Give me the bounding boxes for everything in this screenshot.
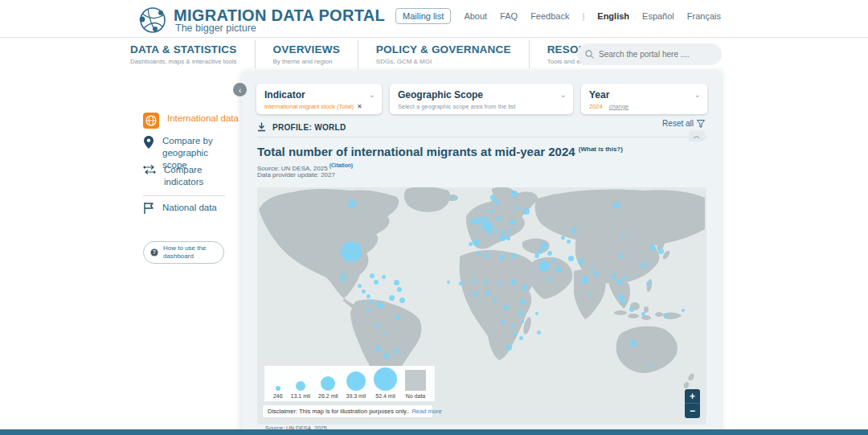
map-bubble[interactable]	[571, 228, 576, 233]
what-is-this-link[interactable]: (What is this?)	[579, 146, 623, 153]
download-icon[interactable]	[257, 122, 266, 132]
map-bubble[interactable]	[520, 299, 526, 305]
nav-data-statistics[interactable]: DATA & STATISTICS Dashboards, maps & int…	[130, 40, 256, 68]
map-bubble[interactable]	[375, 346, 381, 351]
map-bubble[interactable]	[551, 258, 555, 262]
map-bubble[interactable]	[348, 200, 356, 208]
map-bubble[interactable]	[618, 294, 624, 300]
map-bubble[interactable]	[588, 293, 592, 296]
map-bubble[interactable]	[629, 307, 634, 312]
map-bubble[interactable]	[342, 280, 346, 283]
map-bubble[interactable]	[377, 302, 383, 309]
map-bubble[interactable]	[472, 280, 475, 283]
map-bubble[interactable]	[510, 220, 515, 225]
map-bubble[interactable]	[561, 236, 565, 240]
map-bubble[interactable]	[621, 234, 624, 237]
map-bubble[interactable]	[535, 312, 538, 315]
map-bubble[interactable]	[590, 267, 593, 270]
read-more-link[interactable]: Read more	[411, 408, 441, 415]
map-bubble[interactable]	[620, 300, 625, 305]
map-bubble[interactable]	[648, 366, 651, 369]
zoom-in-button[interactable]: +	[685, 389, 700, 404]
year-filter[interactable]: Year 2024change ⌄	[581, 84, 707, 114]
map-bubble[interactable]	[658, 248, 664, 254]
map-bubble[interactable]	[494, 200, 499, 205]
map-bubble[interactable]	[555, 266, 562, 273]
chevron-down-icon[interactable]: ⌄	[694, 90, 701, 99]
map-bubble[interactable]	[375, 324, 379, 328]
map-bubble[interactable]	[447, 281, 450, 284]
map-bubble[interactable]	[581, 277, 588, 284]
map-bubble[interactable]	[664, 314, 668, 318]
map-bubble[interactable]	[616, 279, 622, 285]
map-bubble[interactable]	[547, 251, 552, 256]
map-bubble[interactable]	[641, 312, 645, 316]
map-bubble[interactable]	[493, 298, 497, 302]
map-bubble[interactable]	[510, 279, 516, 285]
map-bubble[interactable]	[547, 277, 551, 281]
map-bubble[interactable]	[523, 208, 530, 215]
map-bubble[interactable]	[619, 253, 624, 258]
zoom-out-button[interactable]: −	[685, 404, 700, 418]
map-bubble[interactable]	[541, 243, 547, 249]
map-bubble[interactable]	[641, 263, 645, 268]
map-bubble[interactable]	[613, 202, 620, 208]
how-to-use-dashboard-button[interactable]: ? How to use the dashboard	[143, 241, 224, 264]
map-bubble[interactable]	[511, 191, 518, 197]
map-bubble[interactable]	[500, 255, 505, 260]
map-bubble[interactable]	[474, 217, 481, 224]
map-bubble[interactable]	[682, 309, 685, 312]
map-bubble[interactable]	[485, 290, 490, 295]
map-bubble[interactable]	[510, 324, 514, 328]
map-bubble[interactable]	[469, 242, 473, 246]
map-bubble[interactable]	[578, 259, 583, 265]
map-bubble[interactable]	[650, 245, 656, 251]
collapse-panel-button[interactable]: ‹	[233, 83, 247, 96]
map-bubble[interactable]	[459, 281, 463, 285]
citation-link[interactable]: (Citation)	[330, 162, 353, 168]
map-bubble[interactable]	[506, 345, 512, 351]
map-bubble[interactable]	[504, 305, 509, 310]
map-bubble[interactable]	[482, 216, 487, 221]
sidebar-item-international-data[interactable]: International data	[143, 113, 239, 129]
map-bubble[interactable]	[489, 209, 493, 213]
map-bubble[interactable]	[374, 280, 379, 285]
language-francais[interactable]: Français	[687, 11, 721, 21]
nav-overviews[interactable]: OVERVIEWS By theme and region	[273, 40, 358, 68]
map-bubble[interactable]	[383, 353, 389, 359]
map-bubble[interactable]	[497, 216, 502, 221]
map-bubble[interactable]	[594, 272, 599, 277]
language-espanol[interactable]: Español	[642, 11, 674, 21]
map-bubble[interactable]	[470, 220, 474, 224]
map-bubble[interactable]	[370, 300, 374, 304]
map-bubble[interactable]	[397, 287, 402, 292]
map-bubble[interactable]	[484, 281, 488, 285]
map-bubble[interactable]	[362, 289, 366, 293]
chevron-down-icon[interactable]: ⌄	[369, 90, 375, 99]
map-bubble[interactable]	[389, 295, 395, 301]
remove-indicator-icon[interactable]: ✕	[357, 103, 362, 110]
map-bubble[interactable]	[630, 340, 637, 347]
map-bubble[interactable]	[485, 253, 490, 258]
about-link[interactable]: About	[464, 11, 487, 21]
map-bubble[interactable]	[512, 253, 517, 258]
map-bubble[interactable]	[366, 294, 371, 298]
reset-all-button[interactable]: Reset all	[662, 119, 705, 128]
map-bubble[interactable]	[394, 349, 399, 354]
map-bubble[interactable]	[370, 273, 375, 278]
portal-search[interactable]	[577, 43, 722, 65]
change-year-link[interactable]: change	[609, 103, 629, 110]
map-bubble[interactable]	[341, 273, 346, 279]
language-english[interactable]: English	[597, 11, 629, 21]
feedback-link[interactable]: Feedback	[530, 11, 569, 21]
map-bubble[interactable]	[519, 336, 523, 340]
map-bubble[interactable]	[514, 206, 518, 210]
map-bubble[interactable]	[521, 320, 524, 323]
map-bubble[interactable]	[513, 332, 517, 336]
map-bubble[interactable]	[522, 285, 527, 290]
search-input[interactable]	[599, 50, 714, 59]
map-bubble[interactable]	[487, 230, 492, 235]
map-bubble[interactable]	[567, 240, 571, 244]
map-bubble[interactable]	[518, 311, 523, 316]
map-bubble[interactable]	[499, 234, 506, 241]
